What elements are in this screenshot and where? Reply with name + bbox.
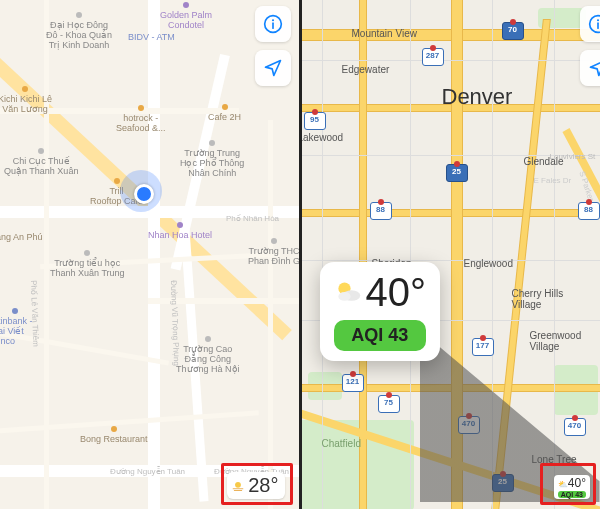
- weather-widget-left[interactable]: 28°: [227, 472, 284, 499]
- poi-golden-palm[interactable]: Golden Palm Condotel: [160, 2, 212, 30]
- street-phonhanhoa: Phố Nhân Hòa: [226, 214, 279, 223]
- city-chatfield[interactable]: Chatfield: [322, 438, 361, 449]
- svg-point-3: [235, 481, 241, 487]
- street-pholevan: Phố Lê Văn Thiêm: [29, 280, 40, 347]
- popup-aqi: AQI 43: [334, 320, 427, 351]
- weather-widget-right[interactable]: ⛅40° AQI 43: [554, 475, 590, 499]
- street-duongvu: Đường Vũ Trọng Phụng: [169, 280, 181, 366]
- weather-popup[interactable]: 40° AQI 43: [320, 262, 441, 361]
- poi-thpt[interactable]: Trường Trung Học Phổ Thông Nhân Chính: [180, 140, 244, 178]
- weather-aqi-right: AQI 43: [558, 491, 586, 498]
- poi-thue[interactable]: Chi Cục Thuế Quận Thanh Xuân: [4, 148, 78, 176]
- city-lakewood[interactable]: Lakewood: [299, 132, 344, 143]
- shield-177: 177: [472, 338, 494, 356]
- popup-temp: 40°: [366, 272, 427, 312]
- partly-cloudy-icon: [334, 278, 362, 306]
- user-location-indicator: [120, 170, 162, 212]
- svg-point-1: [271, 19, 273, 21]
- shield-75: 75: [378, 395, 400, 413]
- svg-rect-8: [597, 22, 599, 29]
- info-button-right[interactable]: [580, 6, 600, 42]
- svg-rect-2: [272, 22, 274, 29]
- city-greenwood[interactable]: Greenwood Village: [530, 330, 582, 352]
- shield-i25a: 25: [446, 164, 468, 182]
- haze-sun-icon: [231, 479, 245, 493]
- poi-caodang[interactable]: Trường Cao Đẳng Công Thương Hà Nội: [176, 336, 240, 374]
- weather-temp-right: 40°: [568, 476, 586, 490]
- shield-88a: 88: [370, 202, 392, 220]
- poi-angphu[interactable]: àng An Phú: [0, 232, 43, 242]
- svg-point-11: [338, 292, 350, 301]
- info-icon: [588, 14, 600, 34]
- shield-287: 287: [422, 48, 444, 66]
- city-edgewater[interactable]: Edgewater: [342, 64, 390, 75]
- street-efales: E Fales Dr: [534, 176, 572, 185]
- city-cherry[interactable]: Cherry Hills Village: [512, 288, 564, 310]
- street-nguyen1: Đường Nguyễn Tuân: [110, 467, 185, 476]
- city-mtview[interactable]: Mountain View: [352, 28, 417, 39]
- street-louviviers: Louviviers St: [550, 152, 596, 161]
- poi-dong-do[interactable]: Đại Học Đông Đô - Khoa Quản Trị Kinh Doa…: [46, 12, 112, 50]
- city-denver[interactable]: Denver: [442, 84, 513, 110]
- locate-button[interactable]: [255, 50, 291, 86]
- weather-temp-left: 28°: [248, 474, 278, 497]
- shield-i70: 70: [502, 22, 524, 40]
- info-icon: [263, 14, 283, 34]
- svg-rect-4: [233, 488, 244, 489]
- map-pane-left[interactable]: Đại Học Đông Đô - Khoa Quản Trị Kinh Doa…: [0, 0, 299, 509]
- shield-121: 121: [342, 374, 364, 392]
- shield-470b: 470: [564, 418, 586, 436]
- shield-88b: 88: [578, 202, 600, 220]
- location-arrow-icon: [588, 58, 600, 78]
- poi-bong[interactable]: Bong Restaurant: [80, 426, 148, 444]
- shield-95: 95: [304, 112, 326, 130]
- location-arrow-icon: [263, 58, 283, 78]
- svg-point-7: [597, 19, 599, 21]
- info-button[interactable]: [255, 6, 291, 42]
- svg-rect-5: [234, 490, 242, 491]
- locate-button-right[interactable]: [580, 50, 600, 86]
- map-pane-right[interactable]: Mountain View Edgewater Denver Lakewood …: [299, 0, 601, 509]
- city-englewood[interactable]: Englewood: [464, 258, 513, 269]
